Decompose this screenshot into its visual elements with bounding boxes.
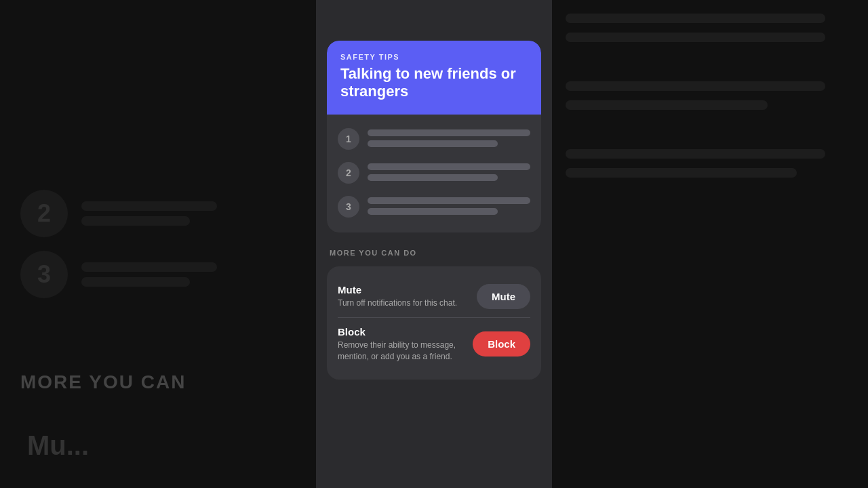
tip-lines-3 <box>368 195 530 215</box>
bg-right-line <box>566 81 825 91</box>
block-row: Block Remove their ability to message, m… <box>338 317 530 371</box>
mute-title: Mute <box>338 284 466 296</box>
bg-right-line <box>566 33 825 42</box>
tip-number-1: 1 <box>338 128 359 150</box>
bg-line <box>81 262 217 272</box>
tip-line <box>368 163 530 170</box>
bg-right-line <box>566 100 768 110</box>
tip-row-3: 3 <box>338 195 530 218</box>
more-section-label: MORE YOU CAN DO <box>327 249 541 257</box>
bg-right-line <box>566 149 825 159</box>
safety-tips-card: SAFETY TIPS Talking to new friends or st… <box>327 41 541 232</box>
bg-lines-2 <box>81 201 217 226</box>
bg-line <box>81 216 190 226</box>
bg-right-line <box>566 14 825 23</box>
bg-number-2: 2 <box>20 190 68 237</box>
bg-number-3: 3 <box>20 251 68 298</box>
tip-line <box>368 129 530 136</box>
mute-description: Turn off notifications for this chat. <box>338 298 466 309</box>
tip-number-2: 2 <box>338 162 359 184</box>
bg-line <box>81 201 217 211</box>
tip-row-1: 1 <box>338 127 530 150</box>
bg-right-line <box>566 168 797 178</box>
tip-line <box>368 197 530 204</box>
mute-row: Mute Turn off notifications for this cha… <box>338 276 530 317</box>
bg-line <box>81 277 190 287</box>
center-modal: SAFETY TIPS Talking to new friends or st… <box>316 0 552 488</box>
safety-body: 1 2 3 <box>327 115 541 232</box>
tip-row-2: 2 <box>338 161 530 184</box>
bg-bottom-text: Mu... <box>27 430 89 461</box>
background-right <box>552 0 868 488</box>
block-description: Remove their ability to message, mention… <box>338 340 462 363</box>
safety-title: Talking to new friends or strangers <box>340 65 528 101</box>
mute-button[interactable]: Mute <box>477 284 530 309</box>
block-text: Block Remove their ability to message, m… <box>338 326 462 363</box>
background-left: 2 3 MORE YOU CAN Mu... <box>0 0 316 488</box>
block-title: Block <box>338 326 462 338</box>
safety-header: SAFETY TIPS Talking to new friends or st… <box>327 41 541 115</box>
bg-row-3: 3 <box>20 251 217 298</box>
more-section: MORE YOU CAN DO Mute Turn off notificati… <box>327 249 541 380</box>
tip-line <box>368 208 498 215</box>
tip-number-3: 3 <box>338 196 359 218</box>
block-button[interactable]: Block <box>473 331 530 357</box>
tip-line <box>368 140 498 147</box>
tip-lines-2 <box>368 161 530 181</box>
mute-text: Mute Turn off notifications for this cha… <box>338 284 466 309</box>
more-card: Mute Turn off notifications for this cha… <box>327 266 541 380</box>
bg-lines-3 <box>81 262 217 287</box>
bg-more-text: MORE YOU CAN <box>0 358 316 407</box>
tip-lines-1 <box>368 127 530 147</box>
safety-label: SAFETY TIPS <box>340 53 528 61</box>
bg-row-2: 2 <box>20 190 217 237</box>
tip-line <box>368 174 498 181</box>
